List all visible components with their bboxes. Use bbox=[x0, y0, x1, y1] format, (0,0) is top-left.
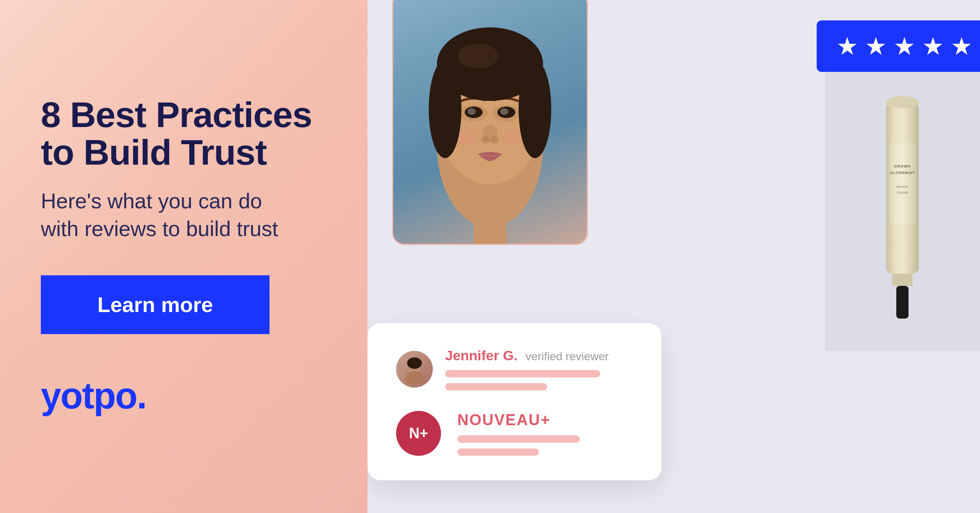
svg-rect-23 bbox=[889, 143, 915, 225]
reviewer-avatar bbox=[396, 351, 433, 388]
subheadline: Here's what you can do with reviews to b… bbox=[41, 187, 327, 243]
svg-point-12 bbox=[491, 136, 499, 144]
svg-text:REPAIR: REPAIR bbox=[897, 185, 909, 188]
star-5: ★ bbox=[951, 32, 973, 60]
left-panel: 8 Best Practices to Build Trust Here's w… bbox=[0, 0, 368, 513]
star-rating-badge: ★ ★ ★ ★ ★ bbox=[817, 20, 980, 72]
star-1: ★ bbox=[836, 32, 858, 60]
tube-svg: GROWN ALCHEMIST REPAIR CREAM bbox=[874, 94, 931, 331]
face-card bbox=[392, 0, 588, 245]
svg-point-18 bbox=[457, 44, 498, 68]
reviewer-row: Jennifer G. verified reviewer bbox=[396, 348, 633, 390]
review-text-line-2 bbox=[445, 383, 547, 390]
brand-text-line-2 bbox=[457, 448, 539, 456]
tube-illustration: GROWN ALCHEMIST REPAIR CREAM bbox=[874, 94, 931, 323]
brand-row: N+ NOUVEAU+ bbox=[396, 411, 633, 456]
star-2: ★ bbox=[865, 32, 887, 60]
svg-point-31 bbox=[407, 357, 422, 369]
svg-rect-21 bbox=[892, 274, 913, 286]
brand-icon-text: N+ bbox=[409, 425, 428, 442]
svg-point-16 bbox=[429, 60, 461, 158]
star-3: ★ bbox=[893, 32, 915, 60]
review-card: Jennifer G. verified reviewer N+ NOUVEAU… bbox=[368, 323, 662, 480]
svg-point-20 bbox=[886, 96, 919, 108]
brand-name: NOUVEAU+ bbox=[457, 411, 633, 429]
reviewer-info: Jennifer G. verified reviewer bbox=[445, 348, 633, 390]
brand-icon: N+ bbox=[396, 411, 441, 456]
review-text-line-1 bbox=[445, 370, 600, 377]
svg-text:CREAM: CREAM bbox=[897, 191, 908, 194]
svg-rect-22 bbox=[896, 286, 909, 319]
verified-label: verified reviewer bbox=[526, 350, 609, 363]
brand-info: NOUVEAU+ bbox=[457, 411, 633, 456]
brand-text-line-1 bbox=[457, 435, 580, 443]
svg-rect-1 bbox=[474, 195, 506, 244]
svg-text:ALCHEMIST: ALCHEMIST bbox=[890, 171, 915, 175]
learn-more-button[interactable]: Learn more bbox=[41, 275, 270, 334]
tube-area: GROWN ALCHEMIST REPAIR CREAM bbox=[825, 65, 980, 351]
right-panel: ★ ★ ★ ★ ★ bbox=[368, 0, 980, 513]
star-4: ★ bbox=[922, 32, 944, 60]
svg-point-29 bbox=[405, 371, 423, 384]
svg-point-11 bbox=[481, 136, 489, 144]
avatar-illustration bbox=[400, 355, 429, 384]
svg-point-17 bbox=[519, 60, 551, 158]
face-card-inner bbox=[393, 0, 587, 244]
page-wrapper: 8 Best Practices to Build Trust Here's w… bbox=[0, 0, 980, 513]
svg-point-8 bbox=[468, 108, 476, 115]
main-headline: 8 Best Practices to Build Trust bbox=[41, 96, 327, 172]
face-illustration bbox=[425, 15, 555, 244]
yotpo-logo: yotpo. bbox=[41, 375, 327, 417]
svg-point-9 bbox=[500, 108, 508, 115]
reviewer-name: Jennifer G. bbox=[445, 348, 518, 363]
svg-text:GROWN: GROWN bbox=[894, 164, 911, 168]
